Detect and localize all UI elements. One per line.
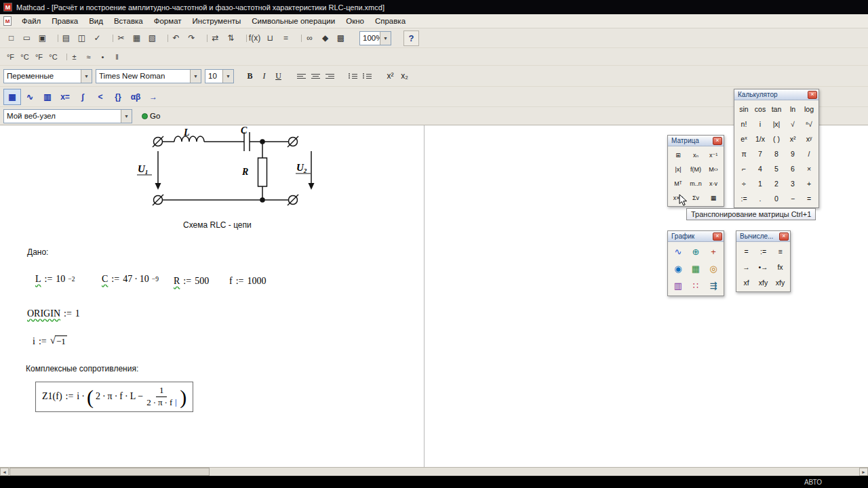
calculator-key[interactable]: ÷ [736, 176, 752, 191]
hyperlink-icon[interactable]: ∞ [302, 30, 317, 46]
address-select[interactable]: Мой веб-узел ▼ [3, 109, 132, 123]
evaluation-palette-titlebar[interactable]: Вычисле... × [736, 231, 790, 242]
evaluation-key[interactable]: xfy [772, 274, 789, 290]
calculator-key[interactable]: × [801, 161, 817, 176]
menu-item[interactable]: Файл [16, 14, 46, 28]
superscript-button[interactable]: x² [383, 69, 397, 83]
calculator-key[interactable]: √ [785, 117, 801, 131]
redo-icon[interactable]: ↷ [184, 30, 199, 46]
close-icon[interactable]: × [713, 137, 722, 145]
calculator-key[interactable]: π [736, 146, 752, 161]
evaluation-key[interactable]: xfy [755, 274, 772, 290]
font-select[interactable]: Times New Roman ▼ [96, 69, 201, 83]
graph-key[interactable]: + [705, 243, 722, 260]
calculator-key[interactable]: 5 [768, 161, 785, 176]
matrix-key[interactable]: x·v [705, 176, 722, 190]
calculator-key[interactable]: . [752, 191, 768, 206]
cut-icon[interactable]: ✂ [113, 30, 129, 46]
calculator-key[interactable]: 1/x [752, 131, 768, 146]
evaluation-key[interactable]: fx [772, 259, 789, 274]
menu-item[interactable]: Правка [46, 14, 83, 28]
scroll-right-button[interactable]: ► [859, 468, 868, 476]
menu-item[interactable]: Вид [83, 14, 108, 28]
matrix-key[interactable]: |x| [669, 162, 687, 176]
circuit-diagram-region[interactable]: L C R U1 U2 [134, 127, 317, 215]
calculator-key[interactable]: − [785, 191, 801, 206]
print-preview-icon[interactable]: ◫ [74, 30, 90, 46]
calculator-key[interactable]: xʸ [801, 131, 817, 146]
calculator-key[interactable]: 8 [768, 146, 785, 161]
definition-i[interactable]: i := √ −1 [33, 336, 67, 347]
font-size-select[interactable]: 10 ▼ [205, 69, 234, 83]
chevron-down-icon[interactable]: ▼ [81, 70, 92, 83]
calculator-key[interactable]: log [801, 102, 817, 117]
bold-button[interactable]: B [243, 69, 257, 83]
calculus-palette-icon[interactable]: ∫ [74, 89, 92, 105]
graph-palette-titlebar[interactable]: График × [668, 231, 724, 242]
calculator-key[interactable]: 2 [768, 176, 785, 191]
evaluation-key[interactable]: = [738, 243, 755, 259]
chevron-down-icon[interactable]: ▼ [190, 70, 201, 83]
close-icon[interactable]: × [808, 91, 817, 99]
align-down-icon[interactable]: ⇅ [223, 30, 239, 46]
definition-R[interactable]: R := 500 [174, 276, 209, 287]
calculate-icon[interactable]: = [278, 30, 294, 46]
close-icon[interactable]: × [713, 232, 722, 241]
graph-key[interactable]: ▦ [687, 260, 705, 277]
scroll-left-button[interactable]: ◄ [0, 468, 9, 476]
graph-key[interactable]: ◉ [669, 260, 687, 277]
matrix-key[interactable]: ⊞ [669, 148, 687, 162]
graph-key[interactable]: ▥ [669, 277, 687, 294]
programming-palette-icon[interactable]: {} [109, 89, 127, 105]
help-button[interactable]: ? [403, 30, 419, 46]
insert-function-icon[interactable]: f(x) [247, 30, 262, 46]
definition-C[interactable]: C := 47 · 10−9 [102, 274, 159, 285]
evaluation-key[interactable]: → [738, 259, 755, 274]
evaluation-key[interactable]: := [755, 243, 772, 259]
custom-symbol-button[interactable]: • [96, 50, 110, 64]
chevron-down-icon[interactable]: ▼ [121, 110, 132, 123]
align-center-button[interactable] [309, 69, 323, 83]
spell-check-icon[interactable]: ✓ [90, 30, 105, 46]
evaluation-palette-icon[interactable]: x= [56, 89, 74, 105]
align-right-button[interactable] [323, 69, 337, 83]
graph-key[interactable]: ∿ [669, 243, 687, 260]
custom-symbol-button[interactable]: °F [3, 50, 18, 64]
calculator-key[interactable]: 9 [785, 146, 801, 161]
custom-symbol-button[interactable]: ‖ [110, 50, 124, 64]
calculator-key[interactable]: 7 [752, 146, 768, 161]
calculator-key[interactable]: sin [736, 102, 752, 117]
definition-L[interactable]: L := 10−2 [35, 274, 75, 285]
calculator-palette-titlebar[interactable]: Калькулятор × [734, 89, 818, 100]
circuit-caption[interactable]: Схема RLC - цепи [183, 220, 252, 230]
calculator-key[interactable]: / [801, 146, 817, 161]
go-button[interactable]: Go [136, 109, 165, 123]
matrix-key[interactable]: ▦ [705, 190, 722, 205]
evaluation-key[interactable]: ≡ [772, 243, 789, 259]
graph-palette-icon[interactable]: ∿ [21, 89, 39, 105]
graph-key[interactable]: ⇶ [705, 277, 722, 294]
matrix-key[interactable]: f(M) [687, 162, 705, 176]
matrix-key[interactable]: x⁻¹ [705, 148, 722, 162]
matrix-palette-titlebar[interactable]: Матрица × [668, 136, 724, 146]
undo-icon[interactable]: ↶ [168, 30, 184, 46]
calculator-key[interactable]: ( ) [768, 131, 785, 146]
menu-item[interactable]: Формат [149, 14, 187, 28]
boolean-palette-icon[interactable]: < [92, 89, 109, 105]
calculator-key[interactable]: ⌐ [736, 161, 752, 176]
new-icon[interactable]: □ [3, 30, 19, 46]
paste-icon[interactable]: ▧ [144, 30, 160, 46]
chevron-down-icon[interactable]: ▼ [222, 70, 233, 83]
custom-symbol-button[interactable]: °F [32, 50, 46, 64]
align-left-button[interactable] [294, 69, 309, 83]
underline-button[interactable]: U [271, 69, 285, 83]
greek-palette-icon[interactable]: αβ [127, 89, 144, 105]
horizontal-scrollbar[interactable]: ◄ ► [0, 467, 868, 476]
calculator-key[interactable]: + [801, 176, 817, 191]
zoom-area-icon[interactable]: ▩ [333, 30, 349, 46]
calculator-key[interactable]: = [801, 191, 817, 206]
style-select[interactable]: Переменные ▼ [3, 69, 92, 83]
calculator-key[interactable]: tan [768, 102, 785, 117]
calculator-key[interactable]: := [736, 191, 752, 206]
graph-key[interactable]: ⊕ [687, 243, 705, 260]
